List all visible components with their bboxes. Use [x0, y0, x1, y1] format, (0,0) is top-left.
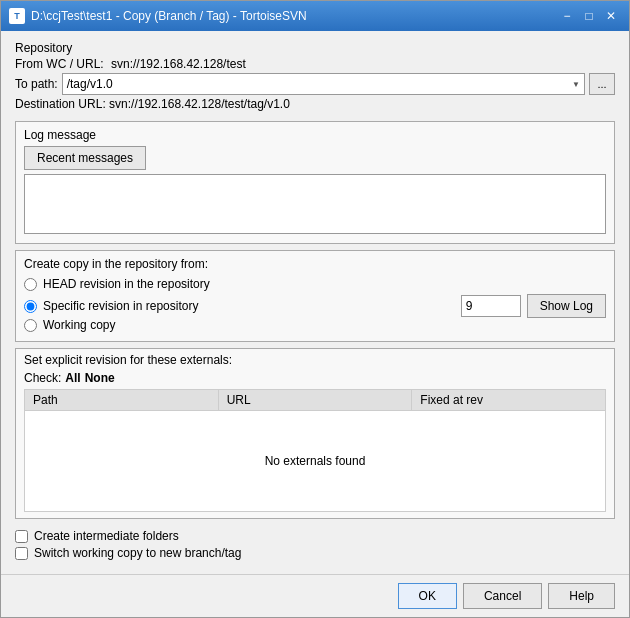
from-value: svn://192.168.42.128/test: [111, 57, 246, 71]
switch-working-copy-label: Switch working copy to new branch/tag: [34, 546, 241, 560]
title-controls: − □ ✕: [557, 7, 621, 25]
specific-revision-label: Specific revision in repository: [43, 299, 198, 313]
specific-revision-radio-row: Specific revision in repository: [24, 299, 198, 313]
title-bar: T D:\ccjTest\test1 - Copy (Branch / Tag)…: [1, 1, 629, 31]
revision-input[interactable]: 9: [461, 295, 521, 317]
app-icon: T: [9, 8, 25, 24]
working-copy-row: Working copy: [24, 318, 606, 332]
revision-controls: 9 Show Log: [461, 294, 606, 318]
to-path-combo[interactable]: /tag/v1.0 ▼: [62, 73, 585, 95]
check-label: Check:: [24, 371, 61, 385]
repository-section: Repository From WC / URL: svn://192.168.…: [15, 41, 615, 115]
footer: OK Cancel Help: [1, 574, 629, 617]
browse-button[interactable]: ...: [589, 73, 615, 95]
col-fixed: Fixed at rev: [412, 390, 605, 410]
switch-working-copy-checkbox[interactable]: [15, 547, 28, 560]
table-body: No externals found: [25, 411, 605, 511]
copy-section: Create copy in the repository from: HEAD…: [15, 250, 615, 342]
from-section: From WC / URL: svn://192.168.42.128/test: [15, 57, 615, 71]
working-copy-label: Working copy: [43, 318, 115, 332]
to-path-value: /tag/v1.0: [67, 77, 113, 91]
intermediate-folders-label: Create intermediate folders: [34, 529, 179, 543]
log-message-input[interactable]: [24, 174, 606, 234]
table-header: Path URL Fixed at rev: [25, 390, 605, 411]
intermediate-folders-checkbox[interactable]: [15, 530, 28, 543]
check-all-link[interactable]: All: [65, 371, 80, 385]
show-log-button[interactable]: Show Log: [527, 294, 606, 318]
col-path: Path: [25, 390, 219, 410]
head-revision-row: HEAD revision in the repository: [24, 277, 606, 291]
switch-working-row: Switch working copy to new branch/tag: [15, 546, 615, 560]
log-message-section: Log message Recent messages: [15, 121, 615, 244]
set-explicit-label: Set explicit revision for these external…: [24, 353, 232, 367]
minimize-button[interactable]: −: [557, 7, 577, 25]
specific-revision-radio[interactable]: [24, 300, 37, 313]
checkboxes-row: Create intermediate folders Switch worki…: [15, 525, 615, 564]
log-message-label: Log message: [24, 128, 606, 142]
intermediate-folders-row: Create intermediate folders: [15, 529, 615, 543]
content-area: Repository From WC / URL: svn://192.168.…: [1, 31, 629, 574]
cancel-button[interactable]: Cancel: [463, 583, 542, 609]
to-path-label: To path:: [15, 77, 58, 91]
help-button[interactable]: Help: [548, 583, 615, 609]
recent-messages-button[interactable]: Recent messages: [24, 146, 146, 170]
specific-revision-row: Specific revision in repository 9 Show L…: [24, 294, 606, 318]
externals-table: Path URL Fixed at rev No externals found: [24, 389, 606, 512]
working-copy-radio[interactable]: [24, 319, 37, 332]
dest-url-value: svn://192.168.42.128/test/tag/v1.0: [109, 97, 290, 111]
copy-section-title: Create copy in the repository from:: [24, 257, 606, 271]
head-revision-label: HEAD revision in the repository: [43, 277, 210, 291]
check-row: Check: All None: [16, 371, 614, 389]
combo-arrow-icon: ▼: [572, 80, 580, 89]
close-button[interactable]: ✕: [601, 7, 621, 25]
main-window: T D:\ccjTest\test1 - Copy (Branch / Tag)…: [0, 0, 630, 618]
externals-section: Set explicit revision for these external…: [15, 348, 615, 519]
title-bar-left: T D:\ccjTest\test1 - Copy (Branch / Tag)…: [9, 8, 307, 24]
to-path-row: To path: /tag/v1.0 ▼ ...: [15, 73, 615, 95]
maximize-button[interactable]: □: [579, 7, 599, 25]
from-label: From WC / URL:: [15, 57, 104, 71]
head-revision-radio[interactable]: [24, 278, 37, 291]
check-none-link[interactable]: None: [85, 371, 115, 385]
window-title: D:\ccjTest\test1 - Copy (Branch / Tag) -…: [31, 9, 307, 23]
no-externals-message: No externals found: [265, 454, 366, 468]
dest-url-row: Destination URL: svn://192.168.42.128/te…: [15, 97, 615, 111]
externals-header: Set explicit revision for these external…: [16, 349, 614, 371]
col-url: URL: [219, 390, 413, 410]
repository-label: Repository: [15, 41, 615, 55]
ok-button[interactable]: OK: [398, 583, 457, 609]
dest-url-label: Destination URL:: [15, 97, 106, 111]
